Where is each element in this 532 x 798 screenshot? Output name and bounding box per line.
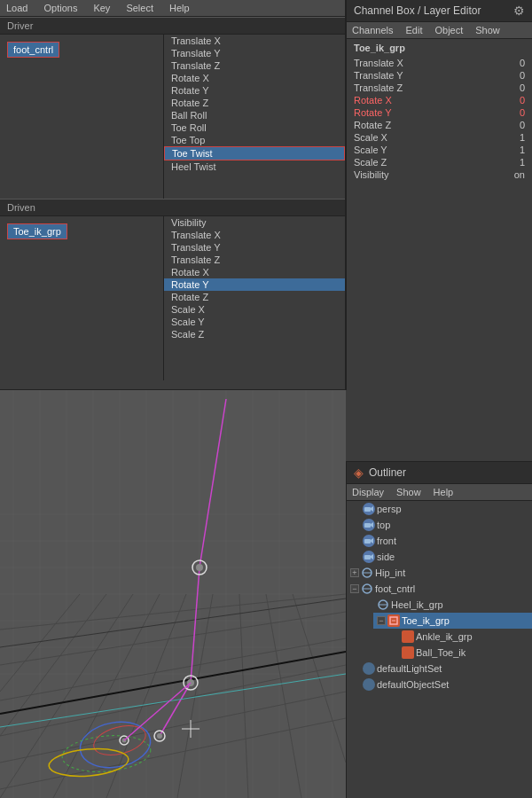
outliner-label-default-object-set: defaultObjectSet xyxy=(377,679,449,690)
driver-attr-ball-roll[interactable]: Ball Roll xyxy=(164,109,345,121)
driver-attr-heel-twist[interactable]: Heel Twist xyxy=(164,160,345,173)
channel-attr-tx: Translate X 0 xyxy=(347,57,532,69)
driver-node[interactable]: foot_cntrl xyxy=(7,42,59,58)
outliner-item-ankle-ik-grp[interactable]: Ankle_ik_grp xyxy=(386,629,532,645)
driver-attr-translate-z[interactable]: Translate Z xyxy=(164,59,345,72)
outliner-item-side[interactable]: side xyxy=(347,549,532,565)
menu-help[interactable]: Help xyxy=(167,2,192,14)
channel-node-name: Toe_ik_grp xyxy=(347,39,532,57)
channel-attr-tx-name: Translate X xyxy=(354,58,403,68)
menu-select[interactable]: Select xyxy=(123,2,156,14)
svg-point-47 xyxy=(157,733,162,739)
channel-attr-sx: Scale X 1 xyxy=(347,131,532,144)
outliner-title-icon: ◈ xyxy=(354,466,364,480)
channel-attr-rz-val[interactable]: 0 xyxy=(520,120,525,130)
outliner-item-toe-ik-grp[interactable]: − Toe_ik_grp xyxy=(373,613,532,629)
channel-settings-icon[interactable]: ⚙ xyxy=(513,4,525,18)
camera-icon-persp xyxy=(363,503,375,515)
camera-icon-front xyxy=(363,535,375,547)
expand-toe-ik-grp[interactable]: − xyxy=(377,616,386,625)
driven-attr-translate-y[interactable]: Translate Y xyxy=(164,241,345,254)
outliner-label-foot-cntrl: foot_cntrl xyxy=(375,583,415,594)
driven-attr-visibility[interactable]: Visibility xyxy=(164,216,345,229)
channel-attr-rz: Rotate Z 0 xyxy=(347,119,532,131)
driver-attr-toe-twist[interactable]: Toe Twist xyxy=(164,146,345,160)
channel-menu-channels[interactable]: Channels xyxy=(350,24,395,36)
channel-attr-vis-name: Visibility xyxy=(354,169,389,180)
driver-attr-translate-y[interactable]: Translate Y xyxy=(164,47,345,59)
joint-icon-hip-int xyxy=(361,567,373,579)
channel-attr-sy-val[interactable]: 1 xyxy=(520,145,525,155)
driven-node-column: Toe_ik_grp xyxy=(0,216,164,380)
driver-attr-column: Translate X Translate Y Translate Z Rota… xyxy=(164,35,345,199)
channel-attr-tz-name: Translate Z xyxy=(354,82,403,93)
expand-default-light-set xyxy=(350,663,361,674)
channel-attr-ry-val[interactable]: 0 xyxy=(520,107,525,118)
outliner-item-heel-ik-grp[interactable]: Heel_ik_grp xyxy=(361,597,532,613)
expand-foot-cntrl[interactable]: − xyxy=(350,584,359,593)
channel-attr-sy-name: Scale Y xyxy=(354,145,387,155)
outliner-item-default-light-set[interactable]: defaultLightSet xyxy=(347,661,532,677)
channel-attr-ry-name: Rotate Y xyxy=(354,107,392,118)
expand-hip-int[interactable]: + xyxy=(350,568,359,577)
outliner-item-top[interactable]: top xyxy=(347,517,532,533)
menu-key[interactable]: Key xyxy=(90,2,113,14)
viewport-grid xyxy=(0,390,346,798)
channel-attr-sz: Scale Z 1 xyxy=(347,156,532,168)
expand-ball-toe-ik xyxy=(389,647,400,658)
channel-attr-vis-val[interactable]: on xyxy=(514,169,525,180)
viewport[interactable] xyxy=(0,390,346,798)
driven-node[interactable]: Toe_ik_grp xyxy=(7,223,67,239)
driven-attr-scale-z[interactable]: Scale Z xyxy=(164,328,345,340)
outliner-title-text: Outliner xyxy=(369,466,406,479)
menu-load[interactable]: Load xyxy=(4,2,30,14)
outliner-panel: ◈ Outliner Display Show Help persp top f… xyxy=(346,461,532,798)
driver-row: foot_cntrl Translate X Translate Y Trans… xyxy=(0,35,345,199)
outliner-item-hip-int[interactable]: + Hip_int xyxy=(347,565,532,581)
driven-attr-rotate-y[interactable]: Rotate Y xyxy=(164,278,345,291)
outliner-menu-show[interactable]: Show xyxy=(395,486,423,498)
driver-attr-toe-roll[interactable]: Toe Roll xyxy=(164,121,345,134)
outliner-item-default-object-set[interactable]: defaultObjectSet xyxy=(347,677,532,692)
outliner-item-ball-toe-ik[interactable]: Ball_Toe_ik xyxy=(386,645,532,661)
outliner-item-foot-cntrl[interactable]: − foot_cntrl xyxy=(347,581,532,597)
outliner-menu-display[interactable]: Display xyxy=(350,486,386,498)
channel-attr-tz-val[interactable]: 0 xyxy=(520,82,525,93)
svg-marker-62 xyxy=(371,538,373,544)
objectset-icon-default xyxy=(363,678,375,691)
channel-attr-sz-val[interactable]: 1 xyxy=(520,157,525,168)
driven-attr-scale-y[interactable]: Scale Y xyxy=(164,316,345,328)
driven-attr-rotate-z[interactable]: Rotate Z xyxy=(164,291,345,303)
outliner-label-ball-toe-ik: Ball_Toe_ik xyxy=(416,647,466,658)
driven-attr-column: Visibility Translate X Translate Y Trans… xyxy=(164,216,345,380)
sdk-menubar: Load Options Key Select Help xyxy=(0,0,345,17)
outliner-item-persp[interactable]: persp xyxy=(347,501,532,517)
channel-panel: Channel Box / Layer Editor ⚙ Channels Ed… xyxy=(346,0,532,390)
channel-attr-rx-val[interactable]: 0 xyxy=(520,95,525,106)
driver-attr-rotate-x[interactable]: Rotate X xyxy=(164,72,345,84)
driven-attr-translate-z[interactable]: Translate Z xyxy=(164,254,345,266)
channel-menu-show[interactable]: Show xyxy=(473,24,502,36)
driver-attr-translate-x[interactable]: Translate X xyxy=(164,35,345,47)
channel-attr-ty-val[interactable]: 0 xyxy=(520,70,525,81)
outliner-item-front[interactable]: front xyxy=(347,533,532,549)
channel-attr-tz: Translate Z 0 xyxy=(347,82,532,94)
channel-menu-edit[interactable]: Edit xyxy=(403,24,424,36)
channel-attr-sx-name: Scale X xyxy=(354,132,387,143)
channel-attr-tx-val[interactable]: 0 xyxy=(520,58,525,68)
expand-side xyxy=(350,552,361,562)
driver-attr-rotate-y[interactable]: Rotate Y xyxy=(164,84,345,97)
channel-attr-sx-val[interactable]: 1 xyxy=(520,132,525,143)
menu-options[interactable]: Options xyxy=(41,2,80,14)
driven-attr-rotate-x[interactable]: Rotate X xyxy=(164,266,345,278)
driver-attr-toe-top[interactable]: Toe Top xyxy=(164,134,345,146)
channel-attr-ty: Translate Y 0 xyxy=(347,69,532,82)
channel-menu-object[interactable]: Object xyxy=(433,24,465,36)
outliner-label-hip-int: Hip_int xyxy=(375,567,405,578)
expand-top xyxy=(350,520,361,530)
outliner-label-side: side xyxy=(377,552,395,562)
driven-attr-translate-x[interactable]: Translate X xyxy=(164,229,345,241)
outliner-menu-help[interactable]: Help xyxy=(432,486,456,498)
driver-attr-rotate-z[interactable]: Rotate Z xyxy=(164,97,345,109)
driven-attr-scale-x[interactable]: Scale X xyxy=(164,303,345,316)
